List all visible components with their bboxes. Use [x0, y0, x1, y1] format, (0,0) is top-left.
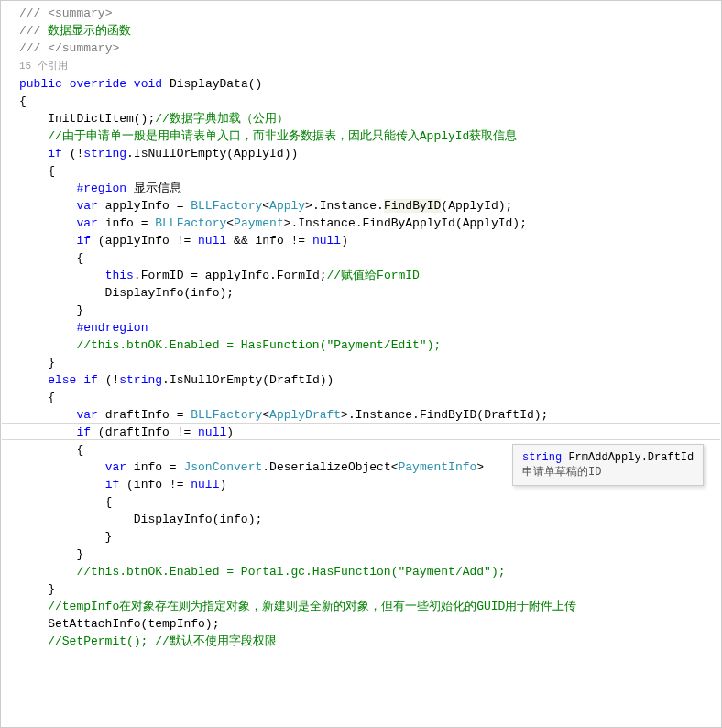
code-line[interactable]: } — [1, 354, 721, 371]
code-line[interactable]: //tempInfo在对象存在则为指定对象，新建则是全新的对象，但有一些初始化的… — [1, 598, 721, 615]
type-name: PaymentInfo — [399, 460, 477, 474]
method-call: dByID — [441, 408, 476, 422]
comment: //数据字典加载（公用） — [155, 112, 289, 126]
type-name: ApplyDraft — [269, 408, 341, 422]
code-line[interactable]: var info = BLLFactory<Payment>.Instance.… — [1, 215, 721, 232]
code-line[interactable]: //this.btnOK.Enabled = HasFunction("Paym… — [1, 336, 721, 354]
kw-string: string — [119, 373, 162, 387]
code-line[interactable]: /// </summary> — [1, 39, 721, 57]
kw-var: var — [105, 460, 126, 474]
code-line[interactable]: #region 显示信息 — [1, 180, 721, 197]
tooltip-signature: string FrmAddApply.DraftId — [522, 450, 694, 465]
kw-if: if — [105, 478, 120, 491]
code-line[interactable]: { — [1, 162, 721, 180]
tooltip-kw: string — [522, 451, 562, 464]
code-line[interactable]: this.FormID = applyInfo.FormId;//赋值给Form… — [1, 267, 721, 284]
code-line[interactable]: /// 数据显示的函数 — [1, 22, 721, 39]
type-name: Payment — [234, 216, 284, 230]
xmldoc-slash: /// — [19, 24, 48, 38]
code-line[interactable]: } — [1, 528, 721, 546]
code-line[interactable]: /// <summary> — [1, 5, 721, 22]
code-line[interactable]: if (applyInfo != null && info != null) — [1, 232, 721, 249]
code-line[interactable]: var applyInfo = BLLFactory<Apply>.Instan… — [1, 197, 721, 215]
tooltip-description: 申请单草稿的ID — [522, 465, 694, 480]
kw-null: null — [191, 478, 219, 491]
comment: //由于申请单一般是用申请表单入口，而非业务数据表，因此只能传入ApplyId获… — [19, 129, 517, 143]
intellisense-tooltip: string FrmAddApply.DraftId 申请单草稿的ID — [512, 444, 704, 486]
kw-null: null — [198, 425, 226, 439]
comment: //赋值给FormID — [326, 269, 419, 282]
type-name: BLLFactory — [155, 216, 226, 230]
code-line[interactable]: InitDictItem();//数据字典加载（公用） — [1, 110, 721, 127]
method-name: DisplayData() — [162, 77, 262, 91]
region-end: #endregion — [76, 321, 148, 335]
type-name: JsonConvert — [183, 460, 262, 474]
kw-override: override — [70, 77, 126, 91]
code-line[interactable]: //SetPermit(); //默认不使用字段权限 — [1, 633, 721, 650]
kw-public: public — [19, 77, 62, 91]
xmldoc-slash: /// — [19, 41, 48, 55]
kw-null: null — [198, 234, 226, 248]
reference-count: 15 个引用 — [19, 61, 68, 72]
kw-else: else — [48, 373, 76, 387]
xmldoc-tag: </summary> — [48, 41, 119, 55]
code-line[interactable]: SetAttachInfo(tempInfo); — [1, 615, 721, 633]
xmldoc-text: 数据显示的函数 — [48, 24, 131, 38]
code-editor[interactable]: /// <summary> /// 数据显示的函数 /// </summary>… — [0, 0, 722, 728]
xmldoc-tag: <summary> — [48, 6, 112, 20]
comment: //this.btnOK.Enabled = Portal.gc.HasFunc… — [19, 565, 506, 579]
type-name: Apply — [269, 199, 305, 213]
type-name: BLLFactory — [191, 199, 262, 213]
codelens-references[interactable]: 15 个引用 — [1, 57, 721, 75]
type-name: BLLFactory — [191, 408, 262, 422]
code-line[interactable]: DisplayInfo(info); — [1, 284, 721, 302]
xmldoc-slash: /// — [19, 6, 48, 20]
code-line[interactable]: { — [1, 493, 721, 511]
comment: //tempInfo在对象存在则为指定对象，新建则是全新的对象，但有一些初始化的… — [19, 600, 576, 613]
kw-if: if — [76, 234, 91, 248]
tooltip-sig: FrmAddApply.DraftId — [562, 451, 694, 464]
kw-null: null — [312, 234, 341, 248]
comment: //SetPermit(); //默认不使用字段权限 — [19, 634, 277, 648]
kw-var: var — [76, 408, 97, 422]
kw-if: if — [83, 373, 98, 387]
code-line[interactable]: } — [1, 546, 721, 563]
code-line[interactable]: var draftInfo = BLLFactory<ApplyDraft>.I… — [1, 406, 721, 424]
kw-string: string — [83, 147, 126, 160]
code-line[interactable]: public override void DisplayData() — [1, 75, 721, 93]
code-line[interactable]: } — [1, 580, 721, 598]
code-line[interactable]: else if (!string.IsNullOrEmpty(DraftId)) — [1, 371, 721, 389]
code-line[interactable]: } — [1, 302, 721, 319]
region-start: #region — [76, 182, 126, 195]
code-line[interactable]: if (draftInfo != null) — [1, 424, 721, 441]
code-line[interactable]: //由于申请单一般是用申请表单入口，而非业务数据表，因此只能传入ApplyId获… — [1, 127, 721, 145]
kw-this: this — [105, 269, 134, 282]
kw-var: var — [76, 216, 97, 230]
code-line[interactable]: //this.btnOK.Enabled = Portal.gc.HasFunc… — [1, 563, 721, 580]
kw-var: var — [76, 199, 97, 213]
code-line[interactable]: if (!string.IsNullOrEmpty(ApplyId)) — [1, 145, 721, 162]
kw-if: if — [76, 425, 91, 439]
region-label: 显示信息 — [126, 182, 181, 195]
comment: //this.btnOK.Enabled = HasFunction("Paym… — [19, 338, 441, 352]
kw-if: if — [48, 147, 62, 160]
code-line[interactable]: { — [1, 389, 721, 406]
code-line[interactable]: #endregion — [1, 319, 721, 336]
kw-void: void — [134, 77, 162, 91]
highlighted-symbol: FindByID — [384, 199, 441, 213]
code-line[interactable]: { — [1, 93, 721, 110]
code-line[interactable]: DisplayInfo(info); — [1, 511, 721, 528]
code-line[interactable]: { — [1, 249, 721, 267]
